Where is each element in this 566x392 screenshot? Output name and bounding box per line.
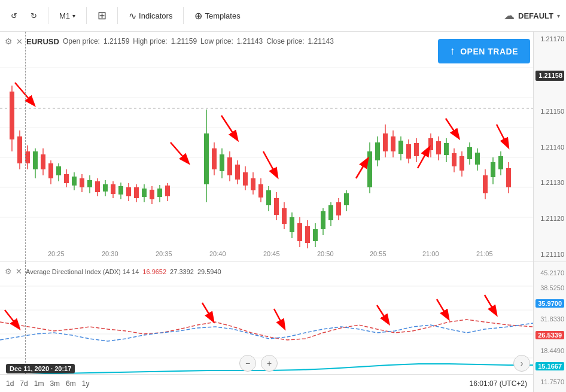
time-period-buttons: 1d 7d 1m 3m 6m 1y xyxy=(6,379,89,388)
svg-text:21:00: 21:00 xyxy=(422,250,439,257)
symbol-name: EURUSD xyxy=(26,37,59,46)
svg-rect-93 xyxy=(336,202,341,215)
svg-rect-17 xyxy=(10,92,14,139)
svg-rect-57 xyxy=(165,186,170,196)
svg-rect-121 xyxy=(467,147,472,159)
adx-scale-7: 11.7570 xyxy=(535,378,564,385)
period-3m[interactable]: 3m xyxy=(50,379,60,388)
svg-rect-63 xyxy=(220,154,224,171)
adx-scroll-right-button[interactable]: › xyxy=(513,355,530,372)
open-trade-label: OPEN TRADE xyxy=(460,47,518,56)
adx-next-button[interactable]: + xyxy=(261,355,278,372)
svg-line-151 xyxy=(274,309,284,327)
adx-chart[interactable]: ⚙ ✕ Average Directional Index (ADX) 14 1… xyxy=(0,262,566,392)
chart-type-button[interactable]: ⊞ xyxy=(93,6,111,25)
svg-line-135 xyxy=(263,151,276,175)
period-1y[interactable]: 1y xyxy=(82,379,90,388)
svg-line-133 xyxy=(171,142,187,162)
period-1d[interactable]: 1d xyxy=(6,379,14,388)
adx-header: ⚙ ✕ Average Directional Index (ADX) 14 1… xyxy=(5,267,221,276)
svg-rect-103 xyxy=(391,136,395,151)
adx-badge-2: 26.5339 xyxy=(535,331,564,339)
svg-text:20:25: 20:25 xyxy=(48,250,65,257)
close-label: Close price: xyxy=(266,37,304,45)
price-level-3: 1.21140 xyxy=(535,143,564,152)
refresh-button[interactable]: ↺ xyxy=(6,8,22,23)
svg-rect-51 xyxy=(142,189,147,197)
adx-close-icon[interactable]: ✕ xyxy=(16,267,22,276)
svg-line-136 xyxy=(356,160,367,178)
adx-prev-button[interactable]: − xyxy=(239,355,256,372)
open-label: Open price: xyxy=(63,37,100,45)
separator-2 xyxy=(86,7,87,24)
svg-text:20:45: 20:45 xyxy=(263,250,280,257)
svg-rect-113 xyxy=(436,141,441,154)
adx-scale-2: 38.5250 xyxy=(535,284,564,291)
period-1m[interactable]: 1m xyxy=(34,379,44,388)
svg-rect-73 xyxy=(258,184,263,197)
close-icon[interactable]: ✕ xyxy=(16,37,23,46)
adx-val2: 27.3392 xyxy=(170,268,194,275)
svg-rect-61 xyxy=(212,148,217,169)
period-7d[interactable]: 7d xyxy=(20,379,28,388)
svg-rect-37 xyxy=(87,180,92,187)
svg-rect-55 xyxy=(157,189,162,197)
high-label: High price: xyxy=(133,37,167,45)
svg-rect-41 xyxy=(103,184,108,192)
svg-line-150 xyxy=(202,303,212,320)
svg-rect-33 xyxy=(72,177,77,186)
adx-scale-3: 31.8330 xyxy=(535,315,564,323)
price-level-6: 1.21110 xyxy=(535,250,564,259)
svg-rect-81 xyxy=(290,217,294,232)
svg-rect-29 xyxy=(56,166,61,175)
svg-rect-91 xyxy=(328,205,333,220)
templates-label: Templates xyxy=(205,11,240,20)
svg-rect-39 xyxy=(95,181,100,192)
open-trade-button[interactable]: ↑ OPEN TRADE xyxy=(438,39,530,63)
svg-rect-65 xyxy=(227,157,232,175)
svg-rect-35 xyxy=(80,178,84,187)
adx-settings-icon[interactable]: ⚙ xyxy=(5,267,12,276)
status-bar: 1d 7d 1m 3m 6m 1y 16:01:07 (UTC+2) xyxy=(0,374,533,392)
toolbar-right: ☁ DEFAULT ▾ xyxy=(504,9,560,22)
svg-line-132 xyxy=(15,83,33,104)
cloud-icon: ☁ xyxy=(504,9,515,22)
price-scale: 1.21170 1.21158 1.21150 1.21140 1.21130 … xyxy=(533,32,566,262)
svg-text:21:05: 21:05 xyxy=(476,250,493,257)
price-chart[interactable]: ⚙ ✕ EURUSD Open price: 1.21159 High pric… xyxy=(0,32,566,262)
svg-rect-69 xyxy=(243,172,248,186)
svg-text:20:30: 20:30 xyxy=(102,250,118,257)
svg-rect-117 xyxy=(452,153,457,166)
svg-rect-83 xyxy=(297,223,302,241)
svg-rect-129 xyxy=(498,156,503,169)
candlestick-chart[interactable]: 20:25 20:30 20:35 20:40 20:45 20:50 20:5… xyxy=(0,32,533,262)
svg-rect-97 xyxy=(367,151,372,187)
period-6m[interactable]: 6m xyxy=(66,379,76,388)
svg-line-134 xyxy=(221,116,236,138)
low-val: 1.21143 xyxy=(237,37,263,45)
adx-scale: 45.2170 38.5250 35.9700 31.8330 26.5339 … xyxy=(533,262,566,392)
svg-line-153 xyxy=(437,299,448,317)
adx-nav: − + xyxy=(239,355,278,372)
separator-4 xyxy=(183,7,184,24)
price-level-4: 1.21130 xyxy=(535,178,564,187)
svg-rect-87 xyxy=(313,229,318,241)
forward-button[interactable]: ↻ xyxy=(26,8,42,23)
svg-rect-49 xyxy=(134,187,139,198)
timeframe-button[interactable]: M1 ▾ xyxy=(54,8,80,23)
gear-icon[interactable]: ⚙ xyxy=(5,37,13,46)
svg-line-152 xyxy=(377,305,388,322)
crosshair-line xyxy=(25,32,26,262)
toolbar: ↺ ↻ M1 ▾ ⊞ ∿ Indicators ⊕ Templates ☁ DE… xyxy=(0,0,566,32)
timeframe-chevron: ▾ xyxy=(72,13,75,19)
adx-badge-3: 15.1667 xyxy=(535,362,564,370)
svg-rect-115 xyxy=(444,143,449,155)
svg-rect-21 xyxy=(25,151,30,163)
indicators-button[interactable]: ∿ Indicators xyxy=(124,7,177,25)
svg-rect-127 xyxy=(491,162,495,177)
svg-rect-59 xyxy=(204,133,209,184)
adx-val1: 16.9652 xyxy=(142,268,166,275)
svg-line-137 xyxy=(418,149,428,168)
templates-button[interactable]: ⊕ Templates xyxy=(190,7,245,25)
svg-rect-23 xyxy=(33,151,38,169)
